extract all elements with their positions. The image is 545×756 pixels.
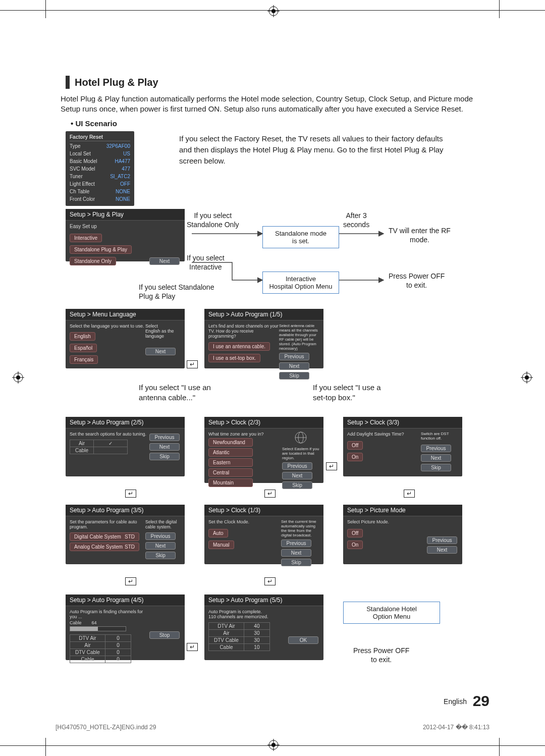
auto1-hdr: Setup > Auto Program (1/5): [204, 309, 323, 320]
skip-button[interactable]: Skip: [279, 372, 309, 380]
bullet-ui-scenario: UI Scenario: [71, 119, 117, 128]
return-icon: ↵: [264, 577, 276, 585]
progress-bar: [70, 626, 126, 631]
opt-francais[interactable]: Français: [70, 355, 98, 364]
clock3-hdr: Setup > Clock (3/3): [343, 417, 462, 428]
auto5-prompt: Auto Program is complete.: [208, 609, 288, 614]
menu-lang-prompt: Select the language you want to use.: [70, 323, 145, 329]
previous-button[interactable]: Previous: [279, 353, 309, 360]
panel-clock3: Setup > Clock (3/3) Add Daylight Savings…: [343, 417, 462, 476]
plug-play-easy: Easy Set up: [70, 224, 181, 229]
auto1-note: Select antenna cable means all the chann…: [279, 323, 319, 351]
factory-reset-title: Factory Reset: [70, 134, 130, 141]
row-digital[interactable]: Digital Cable System: [74, 534, 121, 539]
opt-newfoundland[interactable]: Newfoundland: [208, 438, 253, 447]
opt-standalone-pp[interactable]: Standalone Plug & Play: [70, 245, 132, 254]
clock2-prompt: What time zone are you in?: [208, 431, 282, 437]
lbl-interactive: If you select Interactive: [187, 253, 225, 272]
skip-button[interactable]: Skip: [149, 453, 180, 460]
opt-espanol[interactable]: Español: [70, 344, 97, 352]
clock1-hdr: Setup > Clock (1/3): [204, 505, 323, 516]
opt-on[interactable]: On: [347, 453, 363, 461]
opt-central[interactable]: Central: [208, 468, 253, 477]
section-title: Hotel Plug & Play: [75, 77, 158, 88]
lbl-standalone-pp: If you select Standalone Plug & Play: [139, 283, 214, 301]
opt-settop[interactable]: I use a set-top box.: [208, 354, 260, 362]
next-button[interactable]: Next: [145, 348, 176, 355]
lang-label: English: [444, 697, 467, 706]
opt-eastern[interactable]: Eastern: [208, 458, 253, 467]
crop-v1b: [45, 738, 46, 756]
auto3-hdr: Setup > Auto Program (3/5): [66, 505, 185, 516]
next-button[interactable]: Next: [421, 454, 451, 462]
previous-button[interactable]: Previous: [281, 539, 311, 547]
auto4-prompt: Auto Program is finding channels for you…: [70, 609, 149, 619]
auto4-table: DTV Air0 Air0 DTV Cable0 Cable0: [70, 634, 131, 663]
panel-menu-lang: Setup > Menu Language Select the languag…: [66, 309, 185, 368]
panel-auto5: Setup > Auto Program (5/5) Auto Program …: [204, 595, 323, 660]
previous-button[interactable]: Previous: [145, 532, 176, 540]
section-intro: Hotel Plug & Play function automatically…: [61, 94, 479, 115]
previous-button[interactable]: Previous: [149, 434, 180, 441]
skip-button[interactable]: Skip: [421, 464, 451, 471]
next-button[interactable]: Next: [281, 549, 311, 557]
next-button[interactable]: Next: [149, 257, 180, 265]
section-header: Hotel Plug & Play: [66, 76, 158, 89]
previous-button[interactable]: Previous: [282, 462, 312, 470]
registration-mark-right: [521, 371, 533, 384]
crop-v2: [499, 0, 500, 18]
clock3-note: Switch are DST function off.: [421, 431, 458, 441]
return-icon: ↵: [187, 643, 198, 651]
registration-mark-top: [267, 5, 280, 17]
return-icon: ↵: [404, 490, 415, 498]
opt-english[interactable]: English: [70, 332, 95, 341]
opt-off[interactable]: Off: [347, 529, 363, 537]
opt-antenna[interactable]: I use an antenna cable.: [208, 342, 270, 351]
auto5-hdr: Setup > Auto Program (5/5): [204, 595, 323, 606]
opt-off[interactable]: Off: [347, 441, 363, 450]
section-bar-icon: [66, 76, 70, 89]
skip-button[interactable]: Skip: [282, 481, 312, 489]
page-number: 29: [473, 692, 489, 710]
opt-auto[interactable]: Auto: [208, 529, 228, 537]
lbl-standalone-only: If you select Standalone Only: [187, 211, 239, 229]
opt-interactive[interactable]: Interactive: [70, 234, 102, 242]
previous-button[interactable]: Previous: [421, 445, 451, 452]
opt-on[interactable]: On: [347, 541, 363, 549]
crop-v1: [45, 0, 46, 18]
ok-button[interactable]: OK: [288, 636, 318, 644]
panel-picture: Setup > Picture Mode Select Picture Mode…: [343, 505, 462, 564]
next-button[interactable]: Next: [149, 443, 180, 451]
row-analog[interactable]: Analog Cable System: [74, 544, 123, 550]
return-icon: ↵: [125, 490, 136, 498]
auto4-cable-label: Cable: [70, 620, 82, 625]
skip-button[interactable]: Skip: [145, 552, 176, 559]
panel-factory-reset: Factory Reset Type32P6AF00 Local SetUS B…: [66, 131, 134, 206]
opt-atlantic[interactable]: Atlantic: [208, 448, 253, 457]
auto5-table: DTV Air40 Air30 DTV Cable30 Cable10: [208, 622, 270, 651]
next-button[interactable]: Next: [427, 546, 457, 554]
return-icon: ↵: [326, 462, 337, 470]
menu-lang-hdr: Setup > Menu Language: [66, 309, 185, 320]
box-standalone-hotel: Standalone Hotel Option Menu: [343, 602, 440, 624]
next-button[interactable]: Next: [282, 472, 312, 479]
opt-manual[interactable]: Manual: [208, 541, 234, 549]
next-button[interactable]: Next: [279, 362, 309, 370]
opt-mountain[interactable]: Mountain: [208, 478, 253, 487]
auto2-table[interactable]: Air✓ Cable: [70, 440, 128, 454]
previous-button[interactable]: Previous: [427, 536, 457, 544]
lbl-rfmode: TV will enter the RF mode.: [389, 226, 451, 244]
footer-right: 2012-04-17 �� 8:41:13: [423, 724, 489, 731]
panel-auto2: Setup > Auto Program (2/5) Set the searc…: [66, 417, 185, 476]
auto4-cable-val: 64: [92, 620, 97, 625]
opt-standalone-only[interactable]: Standalone Only: [70, 257, 116, 265]
skip-button[interactable]: Skip: [281, 559, 311, 566]
next-button[interactable]: Next: [145, 542, 176, 550]
clock1-prompt: Set the Clock Mode.: [208, 519, 281, 524]
auto4-hdr: Setup > Auto Program (4/5): [66, 595, 185, 606]
stop-button[interactable]: Stop: [149, 631, 180, 639]
auto5-mem: 110 channels are memorized.: [208, 614, 288, 619]
panel-clock2: Setup > Clock (2/3) What time zone are y…: [204, 417, 323, 483]
return-icon: ↵: [264, 490, 276, 498]
panel-auto4: Setup > Auto Program (4/5) Auto Program …: [66, 595, 185, 660]
